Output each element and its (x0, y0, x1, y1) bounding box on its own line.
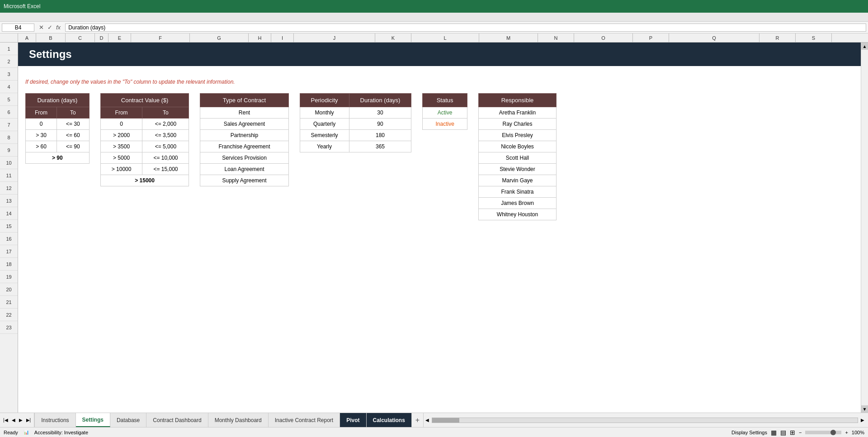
contract-type-4[interactable]: Services Provision (200, 152, 288, 164)
col-header-G[interactable]: G (190, 33, 249, 42)
row-header-21[interactable]: 21 (0, 296, 18, 309)
contract-type-3[interactable]: Franchise Agreement (200, 141, 288, 152)
scroll-track[interactable] (861, 50, 868, 405)
responsible-9[interactable]: Whitney Houston (478, 209, 556, 220)
tab-database[interactable]: Database (110, 413, 146, 427)
period-duration-2[interactable]: 180 (349, 130, 411, 141)
row-header-16[interactable]: 16 (0, 233, 18, 245)
hscroll-thumb[interactable] (432, 418, 459, 423)
period-duration-1[interactable]: 90 (349, 119, 411, 130)
cancel-icon[interactable]: ✕ (39, 24, 44, 31)
row-header-14[interactable]: 14 (0, 207, 18, 220)
cv-to-2[interactable]: <= 5,000 (142, 141, 189, 152)
duration-from-2[interactable]: > 60 (26, 141, 57, 152)
accessibility-label[interactable]: Accessibility: Investigate (34, 430, 88, 435)
tab-last-arrow[interactable]: ▶| (25, 417, 33, 423)
row-header-15[interactable]: 15 (0, 220, 18, 233)
cell-reference[interactable]: B4 (2, 24, 34, 32)
row-header-12[interactable]: 12 (0, 182, 18, 195)
duration-to-2[interactable]: <= 90 (57, 141, 90, 152)
cv-from-5[interactable]: > 15000 (100, 175, 189, 186)
responsible-8[interactable]: James Brown (478, 198, 556, 209)
col-header-B[interactable]: B (36, 33, 66, 42)
display-settings[interactable]: Display Settings (731, 430, 767, 435)
function-icon[interactable]: fx (56, 24, 61, 31)
duration-to-1[interactable]: <= 60 (57, 130, 90, 141)
periodicity-0[interactable]: Monthly (300, 107, 349, 119)
zoom-plus[interactable]: + (845, 430, 848, 435)
periodicity-2[interactable]: Semesterly (300, 130, 349, 141)
tab-calculations[interactable]: Calculations (367, 413, 412, 427)
tab-settings[interactable]: Settings (76, 413, 110, 427)
col-header-H[interactable]: H (249, 33, 271, 42)
status-1[interactable]: Inactive (423, 119, 467, 130)
responsible-5[interactable]: Stevie Wonder (478, 164, 556, 175)
hscroll-track[interactable] (432, 418, 858, 423)
cv-to-1[interactable]: <= 3,500 (142, 130, 189, 141)
duration-from-1[interactable]: > 30 (26, 130, 57, 141)
scroll-down-button[interactable]: ▼ (861, 405, 868, 413)
confirm-icon[interactable]: ✓ (47, 24, 52, 31)
contract-type-2[interactable]: Partnership (200, 130, 288, 141)
scroll-up-button[interactable]: ▲ (861, 43, 868, 50)
row-header-20[interactable]: 20 (0, 283, 18, 296)
hscroll-right[interactable]: ▶ (859, 417, 866, 423)
cv-to-4[interactable]: <= 15,000 (142, 164, 189, 175)
row-header-2[interactable]: 2 (0, 55, 18, 68)
period-duration-3[interactable]: 365 (349, 141, 411, 152)
formula-input[interactable]: Duration (days) (65, 24, 866, 32)
contract-type-0[interactable]: Rent (200, 107, 288, 119)
tab-pivot[interactable]: Pivot (340, 413, 366, 427)
col-header-L[interactable]: L (411, 33, 479, 42)
row-header-19[interactable]: 19 (0, 271, 18, 283)
col-header-S[interactable]: S (796, 33, 832, 42)
tab-first-arrow[interactable]: |◀ (2, 417, 9, 423)
col-header-N[interactable]: N (538, 33, 574, 42)
row-header-9[interactable]: 9 (0, 144, 18, 157)
row-header-7[interactable]: 7 (0, 119, 18, 131)
responsible-0[interactable]: Aretha Franklin (478, 107, 556, 119)
row-header-10[interactable]: 10 (0, 157, 18, 169)
col-header-P[interactable]: P (633, 33, 669, 42)
zoom-slider[interactable] (805, 431, 841, 434)
tab-prev-arrow[interactable]: ◀ (10, 417, 17, 423)
row-header-4[interactable]: 4 (0, 81, 18, 93)
duration-to-0[interactable]: <= 30 (57, 119, 90, 130)
row-header-5[interactable]: 5 (0, 93, 18, 106)
zoom-minus[interactable]: − (799, 430, 802, 435)
col-header-M[interactable]: M (479, 33, 538, 42)
vertical-scrollbar[interactable]: ▲ ▼ (861, 43, 868, 413)
contract-type-1[interactable]: Sales Agreement (200, 119, 288, 130)
duration-from-0[interactable]: 0 (26, 119, 57, 130)
normal-view-icon[interactable]: ▦ (771, 429, 777, 436)
responsible-6[interactable]: Marvin Gaye (478, 175, 556, 186)
tab-next-arrow[interactable]: ▶ (18, 417, 24, 423)
tab-inactive-contract-report[interactable]: Inactive Contract Report (269, 413, 340, 427)
row-header-17[interactable]: 17 (0, 245, 18, 258)
row-header-18[interactable]: 18 (0, 258, 18, 271)
cv-from-4[interactable]: > 10000 (100, 164, 142, 175)
contract-type-6[interactable]: Supply Agreement (200, 175, 288, 186)
cv-to-0[interactable]: <= 2,000 (142, 119, 189, 130)
col-header-I[interactable]: I (271, 33, 294, 42)
responsible-2[interactable]: Elvis Presley (478, 130, 556, 141)
row-header-6[interactable]: 6 (0, 106, 18, 119)
row-header-23[interactable]: 23 (0, 321, 18, 334)
period-duration-0[interactable]: 30 (349, 107, 411, 119)
tab-monthly-dashboard[interactable]: Monthly Dashboard (208, 413, 269, 427)
cv-from-1[interactable]: > 2000 (100, 130, 142, 141)
cv-from-0[interactable]: 0 (100, 119, 142, 130)
periodicity-3[interactable]: Yearly (300, 141, 349, 152)
cv-from-3[interactable]: > 5000 (100, 152, 142, 164)
tab-instructions[interactable]: Instructions (34, 413, 75, 427)
col-header-K[interactable]: K (375, 33, 411, 42)
col-header-Q[interactable]: Q (669, 33, 760, 42)
col-header-A[interactable]: A (18, 33, 36, 42)
cv-to-3[interactable]: <= 10,000 (142, 152, 189, 164)
col-header-D[interactable]: D (95, 33, 108, 42)
add-tab-button[interactable]: + (412, 413, 423, 427)
cv-from-2[interactable]: > 3500 (100, 141, 142, 152)
tab-contract-dashboard[interactable]: Contract Dashboard (146, 413, 208, 427)
duration-from-3[interactable]: > 90 (26, 152, 90, 164)
row-header-11[interactable]: 11 (0, 169, 18, 182)
